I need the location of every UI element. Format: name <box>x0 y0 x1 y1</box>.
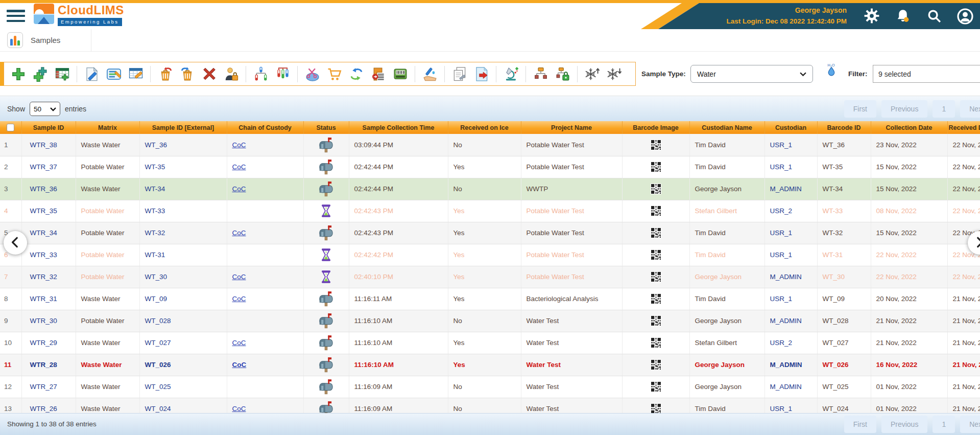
barcode-qr-icon[interactable] <box>651 338 661 346</box>
barcode-qr-icon[interactable] <box>651 272 661 280</box>
table-row[interactable]: 2WTR_37Potable WaterWT-35CoC02:42:44 PMY… <box>0 156 980 178</box>
assign-tests-button[interactable] <box>503 65 520 83</box>
add-bulk-samples-button[interactable] <box>54 65 71 83</box>
sample-id-link[interactable]: WTR_32 <box>21 266 76 288</box>
delete-permanently-button[interactable] <box>201 65 218 83</box>
coc-link[interactable]: CoC <box>232 185 246 193</box>
external-sample-id-link[interactable]: WT_09 <box>139 288 227 310</box>
custodian-link[interactable]: M_ADMIN <box>764 310 817 332</box>
search-button[interactable] <box>926 8 942 25</box>
manage-workflow-button[interactable] <box>532 65 549 83</box>
barcode-qr-icon[interactable] <box>651 250 661 258</box>
external-sample-id-link[interactable]: WT_025 <box>139 376 227 398</box>
page-first-button[interactable]: First <box>844 100 876 118</box>
column-header-sample-collection-time[interactable]: Sample Collection Time <box>349 121 448 134</box>
page-first-button[interactable]: First <box>844 416 876 433</box>
sample-type-select[interactable]: Water <box>690 65 813 83</box>
table-row[interactable]: 4WTR_35Potable WaterWT-3302:42:43 PMYesP… <box>0 200 980 222</box>
external-sample-id-link[interactable]: WT-32 <box>139 222 227 244</box>
external-sample-id-link[interactable]: WT-31 <box>139 244 227 266</box>
coc-link[interactable]: CoC <box>232 295 246 303</box>
barcode-qr-icon[interactable] <box>651 228 661 236</box>
locked-workflow-button[interactable] <box>554 65 571 83</box>
restore-from-trash-button[interactable] <box>179 65 196 83</box>
coc-link[interactable]: CoC <box>232 361 247 369</box>
sample-id-link[interactable]: WTR_28 <box>21 354 76 376</box>
page-next-button[interactable]: Next <box>960 416 980 433</box>
custodian-link[interactable]: M_ADMIN <box>764 354 817 376</box>
barcode-qr-icon[interactable] <box>651 360 661 368</box>
table-row[interactable]: 3WTR_36Waste WaterWT-34CoC02:42:44 PMNoW… <box>0 178 980 200</box>
thaw-samples-button[interactable] <box>606 65 623 83</box>
add-sample-button[interactable] <box>10 65 27 83</box>
barcode-qr-icon[interactable] <box>651 404 661 412</box>
add-aliquot-button[interactable] <box>32 65 49 83</box>
pool-samples-button[interactable] <box>274 65 292 83</box>
custodian-link[interactable]: USR_1 <box>764 156 817 178</box>
column-header-sample-id-external[interactable]: Sample ID [External] <box>139 121 227 134</box>
barcode-qr-icon[interactable] <box>651 185 661 192</box>
custodian-link[interactable]: USR_1 <box>764 222 817 244</box>
column-header-received-date[interactable]: Received Date <box>947 121 980 134</box>
column-header-matrix[interactable]: Matrix <box>76 121 139 134</box>
cloudlims-logo[interactable]: CloudLIMS Empowering Labs <box>34 4 124 26</box>
order-tests-button[interactable] <box>326 65 343 83</box>
coc-link[interactable]: CoC <box>232 163 246 171</box>
page-next-button[interactable]: Next <box>960 100 980 118</box>
sample-id-link[interactable]: WTR_36 <box>21 178 76 200</box>
assign-custodian-button[interactable] <box>223 65 240 83</box>
sample-id-link[interactable]: WTR_34 <box>21 222 76 244</box>
page-previous-button[interactable]: Previous <box>881 416 927 433</box>
profile-button[interactable] <box>957 8 973 25</box>
h2o-water-button[interactable]: H₂O <box>824 63 839 81</box>
custodian-link[interactable]: USR_1 <box>764 134 817 156</box>
column-header-project-name[interactable]: Project Name <box>521 121 622 134</box>
external-sample-id-link[interactable]: WT_30 <box>139 266 227 288</box>
sample-id-link[interactable]: WTR_27 <box>21 376 76 398</box>
table-row[interactable]: 1WTR_38Waste WaterWT_36CoC03:09:44 PMNoP… <box>0 134 980 156</box>
page-size-select[interactable]: 50 <box>30 102 60 116</box>
coc-link[interactable]: CoC <box>232 405 246 413</box>
barcode-qr-icon[interactable] <box>651 316 661 324</box>
page-1-button[interactable]: 1 <box>933 416 955 433</box>
table-row[interactable]: 12WTR_27Waste WaterWT_02511:16:09 AMNoWa… <box>0 376 980 398</box>
freeze-samples-button[interactable] <box>584 65 601 83</box>
copy-records-button[interactable] <box>451 65 468 83</box>
sample-id-link[interactable]: WTR_37 <box>21 156 76 178</box>
barcode-qr-icon[interactable] <box>651 163 661 170</box>
external-sample-id-link[interactable]: WT-35 <box>139 156 227 178</box>
external-sample-id-link[interactable]: WT_36 <box>139 134 227 156</box>
column-header-barcode-id[interactable]: Barcode ID <box>817 121 871 134</box>
custodian-link[interactable]: M_ADMIN <box>764 266 817 288</box>
custodian-link[interactable]: USR_2 <box>764 200 817 222</box>
move-to-trash-button[interactable] <box>157 65 174 83</box>
column-header-received-on-ice[interactable]: Received on Ice <box>448 121 521 134</box>
sample-id-link[interactable]: WTR_29 <box>21 332 76 354</box>
custodian-link[interactable]: USR_1 <box>764 244 817 266</box>
create-aliquots-button[interactable] <box>252 65 270 83</box>
column-header-sample-id[interactable]: Sample ID <box>21 121 76 134</box>
coc-link[interactable]: CoC <box>232 339 246 347</box>
transfer-samples-button[interactable] <box>348 65 365 83</box>
custodian-link[interactable]: M_ADMIN <box>764 376 817 398</box>
settings-button[interactable] <box>864 8 880 25</box>
modify-pool-button[interactable] <box>304 65 321 83</box>
column-header-custodian[interactable]: Custodian <box>764 121 817 134</box>
coc-link[interactable]: CoC <box>232 141 246 149</box>
select-all-checkbox[interactable] <box>7 124 14 131</box>
sample-id-link[interactable]: WTR_35 <box>21 200 76 222</box>
table-row[interactable]: 10WTR_29Waste WaterWT_027CoC11:16:10 AMY… <box>0 332 980 354</box>
column-header-select-all[interactable] <box>0 121 21 134</box>
coc-link[interactable]: CoC <box>232 273 246 281</box>
barcode-qr-icon[interactable] <box>651 294 661 302</box>
sample-id-link[interactable]: WTR_31 <box>21 288 76 310</box>
table-row[interactable]: 11WTR_28Waste WaterWT_026CoC11:16:10 AMY… <box>0 354 980 376</box>
column-header-status[interactable]: Status <box>303 121 349 134</box>
external-sample-id-link[interactable]: WT_028 <box>139 310 227 332</box>
table-row[interactable]: 5WTR_34Potable WaterWT-32CoC02:42:43 PMY… <box>0 222 980 244</box>
scroll-left-button[interactable] <box>4 231 27 255</box>
table-row[interactable]: 6WTR_33Potable WaterWT-3102:42:42 PMYesP… <box>0 244 980 266</box>
table-row[interactable]: 8WTR_31Waste WaterWT_09CoC11:16:11 AMYes… <box>0 288 980 310</box>
sample-id-link[interactable]: WTR_30 <box>21 310 76 332</box>
barcode-qr-icon[interactable] <box>651 207 661 214</box>
